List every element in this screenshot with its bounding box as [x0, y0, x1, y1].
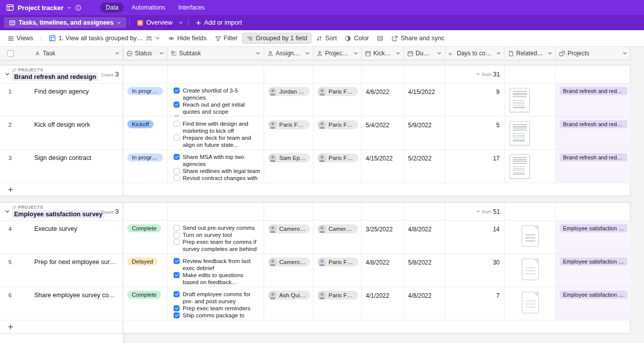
column-header-task[interactable]: ATask — [20, 47, 123, 60]
cell-task[interactable]: Kick off design work — [20, 117, 123, 149]
overview-chevron-button[interactable] — [177, 16, 185, 29]
view-link-overview[interactable]: Overview — [133, 17, 177, 28]
cell-subtask[interactable]: Create shortlist of 3-5 agenciesReach ou… — [168, 83, 264, 116]
add-or-import-button[interactable]: Add or import — [192, 17, 246, 28]
column-header-status[interactable]: Status — [123, 47, 168, 60]
subtask-checkbox[interactable] — [174, 225, 180, 231]
select-all-checkbox[interactable] — [7, 50, 14, 57]
cell-due-date[interactable]: 5/8/2022 — [404, 254, 445, 287]
hide-fields-button[interactable]: Hide fields — [165, 33, 210, 44]
subtask-checkbox[interactable] — [174, 312, 180, 318]
doc-thumbnail[interactable] — [510, 121, 530, 145]
row-number[interactable]: 3 — [0, 150, 20, 183]
cell-subtask[interactable]: Find time with design and marketing to k… — [168, 117, 264, 149]
subtask-checkbox[interactable] — [174, 291, 180, 297]
cell-kick-off[interactable]: 4/8/2022 — [362, 254, 404, 287]
doc-thumbnail[interactable] — [522, 292, 539, 313]
group-button[interactable]: Grouped by 1 field — [242, 33, 311, 44]
cell-days-to-complete[interactable]: 5 — [445, 117, 505, 149]
cell-assigned-to[interactable]: Paris Fotiou — [264, 117, 313, 149]
column-header-kick-off[interactable]: Kick off — [362, 47, 404, 60]
cell-related-docs[interactable] — [505, 221, 556, 253]
subtask-checkbox[interactable] — [174, 154, 180, 160]
cell-project-lead[interactable]: Cameron Toth — [313, 221, 362, 253]
cell-task[interactable]: Share employee survey comms — [20, 287, 123, 320]
row-number[interactable]: 4 — [0, 221, 20, 253]
subtask-checkbox[interactable] — [174, 272, 180, 278]
column-header-project-lead[interactable]: Project lead — [313, 47, 362, 60]
column-header-days-to-complete[interactable]: fxDays to complete — [445, 47, 505, 60]
cell-due-date[interactable]: 5/9/2022 — [404, 117, 445, 149]
cell-related-docs[interactable] — [505, 287, 556, 320]
add-row-button[interactable] — [0, 320, 630, 333]
cell-due-date[interactable]: 4/8/2022 — [404, 221, 445, 253]
cell-related-docs[interactable] — [505, 117, 556, 149]
column-header-due-date[interactable]: Due date — [404, 47, 445, 60]
cell-status[interactable]: Kickoff — [123, 117, 168, 149]
topbar-tab-data[interactable]: Data — [100, 3, 124, 13]
base-title[interactable]: Project tracker — [18, 4, 63, 12]
subtask-checkbox[interactable] — [174, 116, 180, 116]
select-all-cell[interactable] — [0, 47, 20, 60]
cell-related-docs[interactable] — [505, 254, 556, 287]
cell-days-to-complete[interactable]: 14 — [445, 221, 505, 253]
cell-project-lead[interactable]: Paris Fotiou — [313, 254, 362, 287]
subtask-checkbox[interactable] — [174, 168, 180, 174]
subtask-checkbox[interactable] — [174, 102, 180, 108]
cell-related-docs[interactable] — [505, 83, 556, 116]
cell-project-lead[interactable]: Paris Fotiou — [313, 83, 362, 116]
column-header-subtask[interactable]: Subtask — [168, 47, 264, 60]
row-number[interactable]: 5 — [0, 254, 20, 287]
cell-subtask[interactable]: Share MSA with top two agenciesShare red… — [168, 150, 264, 183]
collapse-group-button[interactable] — [5, 209, 10, 214]
topbar-tab-automations[interactable]: Automations — [126, 3, 171, 13]
cell-subtask[interactable]: Send out pre-survey commsTurn on survey … — [168, 221, 264, 253]
row-number[interactable]: 2 — [0, 117, 20, 149]
column-header-related-docs[interactable]: Related docs — [505, 47, 556, 60]
doc-thumbnail[interactable] — [522, 225, 539, 247]
row-number[interactable]: 6 — [0, 287, 20, 320]
cell-due-date[interactable]: 4/15/2022 — [404, 83, 445, 116]
subtask-checkbox[interactable] — [174, 121, 180, 127]
current-view-button[interactable]: 1. View all tasks grouped by pr... — [45, 33, 164, 44]
cell-assigned-to[interactable]: Jordan Peretz — [264, 83, 313, 116]
cell-assigned-to[interactable]: Sam Epps — [264, 150, 313, 183]
subtask-checkbox[interactable] — [174, 135, 180, 141]
subtask-checkbox[interactable] — [174, 88, 180, 94]
cell-projects[interactable]: Brand refresh and redesign — [556, 150, 630, 183]
cell-kick-off[interactable]: 4/15/2022 — [362, 150, 404, 183]
cell-status[interactable]: Complete — [123, 287, 168, 320]
share-and-sync-button[interactable]: Share and sync — [388, 33, 448, 44]
cell-projects[interactable]: Employee satisfaction survey — [556, 254, 630, 287]
cell-due-date[interactable]: 4/8/2022 — [404, 287, 445, 320]
cell-days-to-complete[interactable]: 9 — [445, 83, 505, 116]
subtask-checkbox[interactable] — [174, 232, 180, 238]
cell-kick-off[interactable]: 4/6/2022 — [362, 83, 404, 116]
cell-projects[interactable]: Brand refresh and redesign — [556, 83, 630, 116]
chevron-down-icon[interactable] — [67, 6, 71, 10]
cell-related-docs[interactable] — [505, 150, 556, 183]
cell-status[interactable]: In progress — [123, 83, 168, 116]
table-tab-active[interactable]: Tasks, timelines, and assignees — [4, 17, 126, 28]
group-header-cell-days-to-complete[interactable]: Sum31 — [445, 65, 505, 83]
cell-task[interactable]: Find design agency — [20, 83, 123, 116]
cell-subtask[interactable]: Draft employee comms for pre- and post-s… — [168, 287, 264, 320]
cell-projects[interactable]: Employee satisfaction survey — [556, 221, 630, 253]
info-icon[interactable] — [75, 5, 82, 11]
cell-project-lead[interactable]: Paris Fotiou — [313, 117, 362, 149]
doc-thumbnail[interactable] — [510, 154, 530, 179]
chevron-down-icon[interactable] — [117, 21, 121, 25]
cell-project-lead[interactable]: Paris Fotiou — [313, 287, 362, 320]
cell-projects[interactable]: Employee satisfaction survey — [556, 287, 630, 320]
cell-assigned-to[interactable]: Ash Quintana — [264, 287, 313, 320]
subtask-checkbox[interactable] — [174, 258, 180, 264]
topbar-tab-interfaces[interactable]: Interfaces — [173, 3, 210, 13]
add-row-button[interactable] — [0, 183, 630, 196]
color-button[interactable]: Color — [341, 33, 372, 44]
cell-days-to-complete[interactable]: 30 — [445, 254, 505, 287]
cell-project-lead[interactable]: Paris Fotiou — [313, 150, 362, 183]
subtask-checkbox[interactable] — [174, 305, 180, 311]
cell-status[interactable]: Complete — [123, 221, 168, 253]
row-height-button[interactable] — [373, 33, 387, 44]
cell-task[interactable]: Sign design contract — [20, 150, 123, 183]
